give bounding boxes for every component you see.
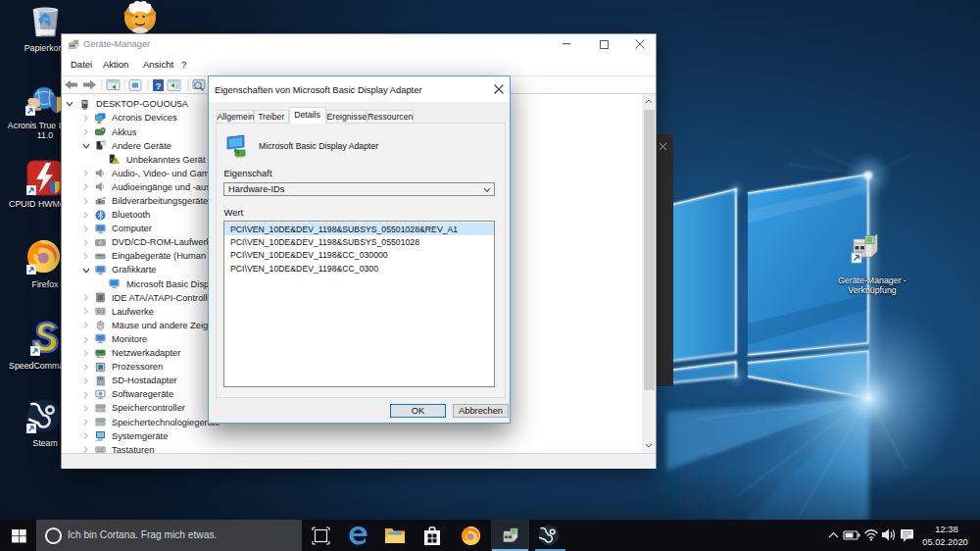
svg-text:?: ? [156, 81, 162, 91]
